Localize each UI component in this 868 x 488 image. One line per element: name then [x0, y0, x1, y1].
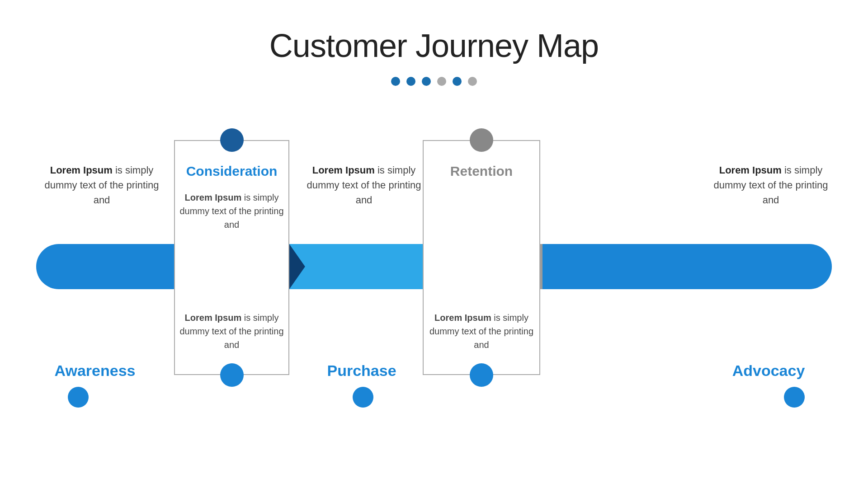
purchase-circle — [353, 387, 373, 408]
dot-4[interactable] — [437, 77, 446, 86]
retention-desc-below: Lorem Ipsum is simply dummy text of the … — [424, 311, 539, 352]
lorem-strong-5: Lorem Ipsum — [312, 164, 375, 176]
retention-card: Retention Lorem Ipsum is simply dummy te… — [423, 140, 540, 375]
lorem-strong-2: Lorem Ipsum — [185, 313, 242, 323]
awareness-desc-above: Lorem Ipsum is simply dummy text of the … — [36, 163, 167, 207]
page-title: Customer Journey Map — [269, 27, 599, 64]
consideration-label: Consideration — [175, 164, 288, 179]
retention-circle-top — [470, 128, 493, 152]
retention-circle-bottom — [470, 363, 493, 387]
pagination-dots — [391, 77, 477, 86]
dot-5[interactable] — [453, 77, 462, 86]
lorem-strong-3: Lorem Ipsum — [434, 313, 491, 323]
awareness-circle — [68, 387, 89, 408]
purchase-desc-above: Lorem Ipsum is simply dummy text of the … — [303, 163, 425, 207]
svg-marker-1 — [289, 244, 441, 289]
dot-1[interactable] — [391, 77, 400, 86]
advocacy-desc-above: Lorem Ipsum is simply dummy text of the … — [710, 163, 832, 207]
awareness-label: Awareness — [36, 362, 154, 380]
consideration-card: Consideration Lorem Ipsum is simply dumm… — [174, 140, 289, 375]
journey-diagram: Consideration Lorem Ipsum is simply dumm… — [36, 113, 832, 420]
retention-label: Retention — [424, 164, 539, 179]
dot-6[interactable] — [468, 77, 477, 86]
consideration-circle-bottom — [220, 363, 244, 387]
lorem-strong-4: Lorem Ipsum — [50, 164, 113, 176]
purchase-label: Purchase — [303, 362, 420, 380]
consideration-circle-top — [220, 128, 244, 152]
advocacy-circle — [784, 387, 805, 408]
lorem-strong: Lorem Ipsum — [185, 192, 242, 202]
lorem-strong-6: Lorem Ipsum — [719, 164, 782, 176]
consideration-desc-above: Lorem Ipsum is simply dummy text of the … — [175, 191, 288, 231]
consideration-desc-below: Lorem Ipsum is simply dummy text of the … — [175, 311, 288, 352]
dot-3[interactable] — [422, 77, 431, 86]
advocacy-label: Advocacy — [705, 362, 832, 380]
dot-2[interactable] — [406, 77, 415, 86]
